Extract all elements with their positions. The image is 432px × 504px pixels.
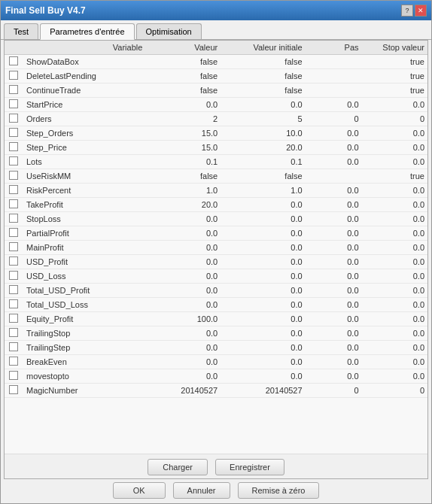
row-valeur[interactable]: 1.0 [145,184,221,198]
row-pas[interactable] [306,83,362,98]
row-stop-valeur[interactable]: 0.0 [362,155,427,169]
row-pas[interactable]: 0.0 [306,212,362,226]
row-pas[interactable]: 0.0 [306,98,362,112]
row-valeur[interactable]: 0.0 [145,269,221,284]
row-stop-valeur[interactable]: 0.0 [362,369,427,384]
row-stop-valeur[interactable]: true [362,55,427,69]
row-valeur-initiale[interactable]: false [221,169,305,184]
row-stop-valeur[interactable]: 0.0 [362,326,427,341]
row-valeur-initiale[interactable]: 0.0 [221,98,305,112]
remise-a-zero-button[interactable]: Remise à zéro [238,482,320,499]
row-pas[interactable]: 0.0 [306,184,362,198]
help-button[interactable]: ? [401,5,413,17]
annuler-button[interactable]: Annuler [173,482,230,499]
row-valeur[interactable]: 0.0 [145,298,221,312]
row-checkbox[interactable] [5,369,23,384]
row-valeur-initiale[interactable]: 0.0 [221,198,305,212]
row-stop-valeur[interactable]: true [362,69,427,83]
row-checkbox[interactable] [5,384,23,398]
row-checkbox[interactable] [5,126,23,141]
row-valeur[interactable]: 0.0 [145,326,221,341]
row-checkbox[interactable] [5,355,23,369]
row-stop-valeur[interactable]: 0.0 [362,141,427,155]
row-pas[interactable]: 0.0 [306,369,362,384]
row-valeur[interactable]: false [145,55,221,69]
row-valeur-initiale[interactable]: 0.0 [221,326,305,341]
row-stop-valeur[interactable]: 0.0 [362,198,427,212]
row-checkbox[interactable] [5,241,23,255]
row-valeur[interactable]: 0.0 [145,226,221,241]
row-pas[interactable]: 0.0 [306,226,362,241]
row-stop-valeur[interactable]: true [362,83,427,98]
row-checkbox[interactable] [5,184,23,198]
row-valeur-initiale[interactable]: 0.0 [221,255,305,269]
row-valeur-initiale[interactable]: 0.0 [221,369,305,384]
row-checkbox[interactable] [5,55,23,69]
row-checkbox[interactable] [5,284,23,298]
row-valeur[interactable]: 20.0 [145,198,221,212]
table-container[interactable]: Variable Valeur Valeur initiale Pas Stop… [5,41,427,454]
row-pas[interactable] [306,55,362,69]
row-checkbox[interactable] [5,212,23,226]
row-pas[interactable]: 0.0 [306,284,362,298]
row-valeur-initiale[interactable]: 0.1 [221,155,305,169]
row-valeur-initiale[interactable]: 0.0 [221,298,305,312]
row-stop-valeur[interactable]: 0.0 [362,126,427,141]
row-stop-valeur[interactable]: 0 [362,384,427,398]
row-valeur[interactable]: 15.0 [145,126,221,141]
row-checkbox[interactable] [5,312,23,326]
row-valeur[interactable]: false [145,169,221,184]
ok-button[interactable]: OK [113,482,166,499]
row-stop-valeur[interactable]: 0.0 [362,355,427,369]
row-stop-valeur[interactable]: 0.0 [362,255,427,269]
row-valeur[interactable]: 0.0 [145,284,221,298]
row-valeur-initiale[interactable]: 0.0 [221,312,305,326]
close-button[interactable]: ✕ [415,5,427,17]
row-valeur[interactable]: 0.0 [145,98,221,112]
row-pas[interactable]: 0.0 [306,326,362,341]
row-checkbox[interactable] [5,141,23,155]
row-valeur-initiale[interactable]: 0.0 [221,212,305,226]
row-valeur[interactable]: 100.0 [145,312,221,326]
row-checkbox[interactable] [5,83,23,98]
row-valeur-initiale[interactable]: 0.0 [221,355,305,369]
row-checkbox[interactable] [5,112,23,126]
row-valeur[interactable]: false [145,83,221,98]
row-valeur-initiale[interactable]: 0.0 [221,341,305,355]
row-valeur-initiale[interactable]: false [221,55,305,69]
row-stop-valeur[interactable]: 0.0 [362,269,427,284]
row-pas[interactable] [306,69,362,83]
row-valeur-initiale[interactable]: 5 [221,112,305,126]
row-checkbox[interactable] [5,326,23,341]
row-checkbox[interactable] [5,198,23,212]
row-stop-valeur[interactable]: 0.0 [362,226,427,241]
tab-test[interactable]: Test [4,23,38,39]
row-valeur-initiale[interactable]: 0.0 [221,284,305,298]
row-pas[interactable]: 0.0 [306,198,362,212]
row-valeur-initiale[interactable]: 0.0 [221,226,305,241]
row-pas[interactable]: 0.0 [306,298,362,312]
tab-optimisation[interactable]: Optimisation [136,23,202,39]
row-stop-valeur[interactable]: 0.0 [362,298,427,312]
row-checkbox[interactable] [5,155,23,169]
row-stop-valeur[interactable]: 0.0 [362,312,427,326]
row-pas[interactable] [306,169,362,184]
row-valeur[interactable]: 0.0 [145,255,221,269]
tab-parametres[interactable]: Parametres d'entrée [40,23,134,40]
row-valeur-initiale[interactable]: false [221,69,305,83]
row-valeur[interactable]: 0.0 [145,341,221,355]
row-pas[interactable]: 0.0 [306,155,362,169]
row-valeur[interactable]: 20140527 [145,384,221,398]
row-valeur[interactable]: 0.1 [145,155,221,169]
row-stop-valeur[interactable]: 0.0 [362,184,427,198]
row-pas[interactable]: 0.0 [306,241,362,255]
row-pas[interactable]: 0.0 [306,141,362,155]
row-pas[interactable]: 0.0 [306,312,362,326]
row-pas[interactable]: 0 [306,384,362,398]
row-valeur-initiale[interactable]: 20140527 [221,384,305,398]
row-pas[interactable]: 0.0 [306,355,362,369]
row-valeur-initiale[interactable]: false [221,83,305,98]
row-valeur-initiale[interactable]: 0.0 [221,241,305,255]
row-stop-valeur[interactable]: 0 [362,112,427,126]
row-stop-valeur[interactable]: 0.0 [362,98,427,112]
